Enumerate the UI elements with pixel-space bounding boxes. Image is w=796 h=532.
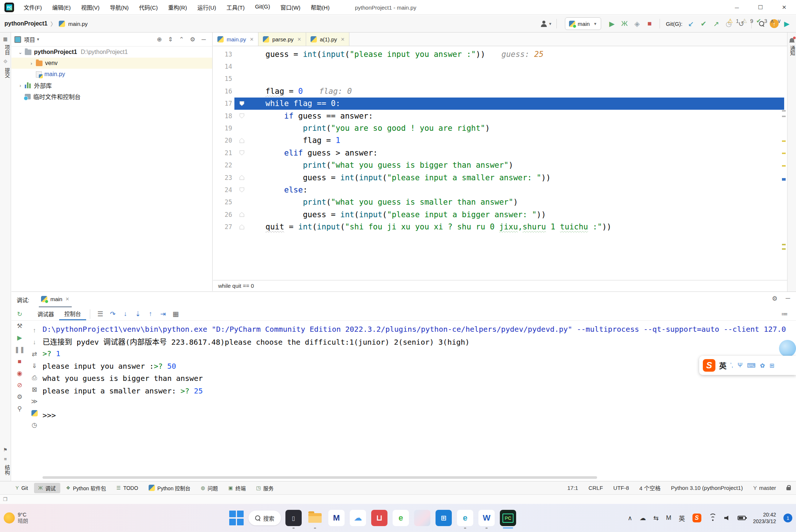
skin-icon[interactable]: ✿ <box>760 362 765 369</box>
stripe-mark[interactable] <box>782 153 786 154</box>
coverage-button[interactable]: ◈ <box>631 18 643 29</box>
code-line[interactable]: 25 print("what you guess is smaller than… <box>213 196 784 208</box>
structure-tool-button-icon[interactable]: ≡ <box>3 456 9 462</box>
line-number[interactable]: 16 <box>213 88 234 95</box>
cloud-app[interactable]: ☁ <box>350 510 366 526</box>
stripe-mark[interactable] <box>782 165 786 167</box>
editor-breadcrumb[interactable]: while quit == 0 <box>213 280 787 291</box>
device-switch-icon[interactable]: ⇆ <box>653 514 658 522</box>
debug-tab-调试器[interactable]: 调试器 <box>32 307 59 320</box>
code-line[interactable]: 19 print("you are so good ! you are righ… <box>213 122 784 134</box>
sogou-tray-icon[interactable]: S <box>692 514 701 522</box>
notification-count-badge[interactable]: 1 <box>783 514 792 522</box>
code-line[interactable]: 22 print("what you guess is bigger than … <box>213 159 784 171</box>
menu-item[interactable]: 帮助(H) <box>306 1 334 13</box>
resume-icon[interactable]: ▶ <box>17 335 22 341</box>
scroll-to-end-icon[interactable]: ⇓ <box>32 363 37 369</box>
python-packages-button[interactable]: ❖Python 软件包 <box>62 483 111 493</box>
scroll-down-icon[interactable]: ↓ <box>33 339 36 345</box>
console-line[interactable]: >>> <box>43 409 791 422</box>
mail-app[interactable]: M <box>328 510 345 526</box>
services-button[interactable]: ◳服务 <box>252 483 278 493</box>
git-branch-widget[interactable]: Y master <box>753 485 776 491</box>
fold-marker-icon[interactable] <box>240 101 244 106</box>
taskbar-search[interactable]: 搜索 <box>248 511 281 525</box>
code-line[interactable]: 26 guess = int(input("please input a big… <box>213 208 784 221</box>
structure-tool-button[interactable]: 结构 <box>0 465 11 475</box>
onedrive-icon[interactable]: ☁ <box>640 514 646 522</box>
file-explorer-app[interactable] <box>307 510 323 526</box>
encoding[interactable]: UTF-8 <box>613 485 629 491</box>
next-problem-icon[interactable]: ∨ <box>777 18 781 24</box>
debug-gear-icon[interactable]: ⚙ <box>17 394 22 400</box>
line-number[interactable]: 18 <box>213 112 234 120</box>
code-line[interactable]: 13guess = int(input("please input you an… <box>213 48 784 60</box>
stripe-mark[interactable] <box>782 110 786 112</box>
close-button[interactable]: ✕ <box>772 0 796 15</box>
code-line[interactable]: 21 elif guess > answer: <box>213 147 784 159</box>
code-line[interactable]: 23 guess = int(input("please input a sma… <box>213 171 784 184</box>
soft-wrap-icon[interactable]: ⇄ <box>32 351 37 357</box>
stop-button[interactable]: ■ <box>643 18 656 29</box>
show-execution-point-icon[interactable]: ☰ <box>94 310 106 318</box>
debug-session-tab[interactable]: main ✕ <box>39 292 71 307</box>
tree-chevron-icon[interactable]: ⌄ <box>17 50 24 55</box>
pause-icon[interactable]: ❚❚ <box>14 347 25 353</box>
console-line[interactable]: >? 1 <box>43 348 791 360</box>
code-line[interactable]: 24 else: <box>213 184 784 196</box>
settings-icon[interactable]: ⚙ <box>187 36 198 43</box>
code-line[interactable]: 18 if guess == answer: <box>213 110 784 122</box>
error-stripe[interactable] <box>781 48 787 270</box>
bookmarks-tool-button-icon[interactable]: ⚑ <box>3 447 9 453</box>
menu-item[interactable]: 文件(F) <box>19 1 46 13</box>
line-number[interactable]: 20 <box>213 137 234 144</box>
debug-settings-icon[interactable]: ⚙ <box>772 295 778 303</box>
maximize-button[interactable]: ☐ <box>749 0 772 15</box>
caret-position[interactable]: 17:1 <box>567 485 578 491</box>
line-number[interactable]: 23 <box>213 174 234 181</box>
todo-button[interactable]: ☰TODO <box>112 484 143 492</box>
line-number[interactable]: 22 <box>213 161 234 169</box>
keyboard-icon[interactable]: ⌨ <box>747 362 755 369</box>
volume-icon[interactable] <box>724 515 730 521</box>
modify-run-config-icon[interactable]: ⚒ <box>17 323 22 329</box>
editor-area[interactable]: main.py✕parse.py✕a(1).py✕ 13guess = int(… <box>213 33 787 291</box>
debug-toolbar-button[interactable]: Ж调试 <box>34 483 60 493</box>
line-number[interactable]: 24 <box>213 186 234 194</box>
fold-marker-icon[interactable] <box>240 225 244 229</box>
commit-button[interactable]: ✔ <box>697 18 710 29</box>
collapse-all-icon[interactable]: ⌃ <box>176 36 187 43</box>
fold-marker-icon[interactable] <box>240 187 244 192</box>
menu-item[interactable]: 代码(C) <box>135 1 162 13</box>
toolbox-button[interactable]: ▶ <box>780 18 793 29</box>
editor-tab[interactable]: parse.py✕ <box>258 33 306 46</box>
breadcrumb-file[interactable]: main.py <box>68 21 88 27</box>
line-number[interactable]: 15 <box>213 75 234 82</box>
console-line[interactable] <box>43 397 791 409</box>
console-hscrollbar[interactable] <box>43 476 597 479</box>
code-line[interactable]: 16flag = 0flag: 0 <box>213 85 784 97</box>
update-project-button[interactable]: ↙ <box>685 18 697 29</box>
inspections-widget[interactable]: ⚠1 ⚠9 ✔3 ∧ ∨ <box>728 17 781 24</box>
tray-expand-icon[interactable]: ∧ <box>628 514 632 522</box>
step-out-icon[interactable]: ↑ <box>144 310 157 318</box>
console-line[interactable]: please input a smaller answer: >? 25 <box>43 385 791 397</box>
mute-breakpoints-icon[interactable]: ⊘ <box>17 382 22 388</box>
tree-item[interactable]: ›外部库 <box>11 80 212 91</box>
close-tab-icon[interactable]: ✕ <box>341 37 345 42</box>
tree-item[interactable]: ⌄pythonProject1D:\pythonProject1 <box>11 47 212 58</box>
debug-tab-控制台[interactable]: 控制台 <box>59 307 86 320</box>
fold-marker-icon[interactable] <box>240 138 244 143</box>
word-app[interactable]: W <box>478 510 495 526</box>
prev-problem-icon[interactable]: ∧ <box>770 18 774 24</box>
taskbar-clock[interactable]: 20:42 2023/3/12 <box>753 511 776 525</box>
user-account-button[interactable]: ▼ <box>540 18 553 29</box>
line-number[interactable]: 21 <box>213 149 234 157</box>
line-number[interactable]: 17 <box>213 100 234 107</box>
tree-item[interactable]: main.py <box>11 69 212 80</box>
line-number[interactable]: 19 <box>213 125 234 132</box>
line-number[interactable]: 14 <box>213 63 234 70</box>
line-ending[interactable]: CRLF <box>589 485 603 491</box>
ime-language-indicator[interactable]: 英 <box>719 360 726 371</box>
sogou-ime-toolbar[interactable]: S 英 ’,Ψ⌨✿⊞ <box>699 356 796 375</box>
